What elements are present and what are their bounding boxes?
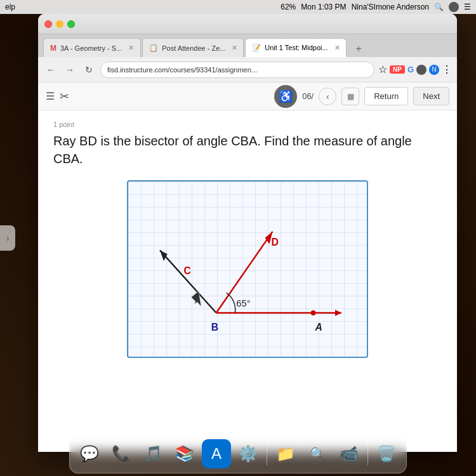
point-label: 1 point	[53, 121, 442, 128]
forward-button[interactable]: →	[62, 62, 77, 77]
dock-files[interactable]: 📁	[271, 439, 300, 468]
tab-unit1-label: Unit 1 Test: Midpoi...	[265, 44, 327, 51]
return-button[interactable]: Return	[364, 87, 408, 105]
address-bar: ← → ↻ ☆ NP G N ⋮	[38, 57, 457, 83]
maximize-button[interactable]	[67, 20, 75, 28]
desktop: elp 62% Mon 1:03 PM Nina'SImone Anderson…	[0, 0, 476, 476]
content-toolbar: ☰ ✂ ♿ 06/ ‹ ▦ Return Next	[38, 83, 457, 110]
tab-geometry-label: 3A - Geometry - S...	[60, 44, 122, 52]
refresh-button[interactable]: ↻	[81, 62, 96, 77]
menubar-help: elp	[5, 3, 15, 11]
dock-divider2	[367, 442, 368, 465]
page-content: 1 point Ray BD is the bisector of angle …	[38, 110, 457, 368]
new-tab-button[interactable]: +	[350, 41, 367, 57]
dock: 💬 📞 🎵 📚 A ⚙️ 📁 🔍 📹 🗑️	[69, 434, 407, 473]
dock-facetime[interactable]: 📞	[107, 439, 136, 468]
extension-icon[interactable]	[416, 65, 426, 75]
menubar-user: Nina'SImone Anderson	[352, 3, 429, 11]
address-icons: ☆ NP G N ⋮	[378, 63, 452, 76]
svg-line-3	[160, 250, 216, 313]
tab-unit1-close[interactable]: ✕	[334, 44, 340, 52]
back-button[interactable]: ←	[43, 62, 58, 77]
svg-marker-1	[335, 310, 341, 316]
grid-icon: ▦	[347, 92, 354, 101]
accessibility-button[interactable]: ♿	[274, 85, 297, 108]
dock-books[interactable]: 📚	[170, 439, 199, 468]
close-button[interactable]	[44, 20, 52, 28]
tab-attendee-label: Post Attendee - Ze...	[162, 44, 225, 52]
menubar-search-icon[interactable]: 🔍	[434, 3, 444, 11]
svg-point-2	[311, 310, 316, 315]
dock-trash[interactable]: 🗑️	[372, 439, 401, 468]
star-icon[interactable]: ☆	[378, 63, 387, 76]
menubar-time: Mon 1:03 PM	[301, 3, 346, 11]
geometry-diagram: C D B A 65°	[127, 180, 368, 358]
accessibility-icon: ♿	[279, 89, 293, 103]
google-icon: G	[407, 65, 414, 74]
chevron-left-icon: ‹	[326, 91, 329, 102]
geometry-svg: C D B A 65°	[128, 182, 367, 357]
menubar-user-icon	[449, 2, 459, 12]
question-text: Ray BD is the bisector of angle CBA. Fin…	[53, 132, 442, 168]
browser-window: M 3A - Geometry - S... ✕ 📋 Post Attendee…	[38, 14, 457, 452]
address-input[interactable]	[100, 62, 374, 78]
dock-appstore[interactable]: A	[202, 439, 231, 468]
prev-question-button[interactable]: ‹	[319, 88, 336, 105]
title-bar	[38, 14, 457, 34]
tab-geometry-close[interactable]: ✕	[128, 44, 134, 52]
next-button[interactable]: Next	[413, 87, 449, 105]
svg-marker-4	[160, 250, 168, 261]
profile-icon[interactable]: N	[429, 65, 439, 75]
tabs-bar: M 3A - Geometry - S... ✕ 📋 Post Attendee…	[38, 34, 457, 57]
dock-sysprefs[interactable]: ⚙️	[234, 439, 263, 468]
minimize-button[interactable]	[56, 20, 63, 28]
tab-attendee-close[interactable]: ✕	[232, 44, 237, 52]
traffic-lights	[44, 20, 75, 28]
tab-geometry[interactable]: M 3A - Geometry - S... ✕	[43, 38, 141, 57]
sidebar-toggle[interactable]: ›	[0, 225, 15, 251]
tab-unit1[interactable]: 📝 Unit 1 Test: Midpoi... ✕	[245, 38, 347, 57]
np-badge: NP	[390, 65, 405, 74]
menubar: elp 62% Mon 1:03 PM Nina'SImone Anderson…	[0, 0, 476, 14]
svg-text:D: D	[271, 237, 278, 248]
svg-text:A: A	[314, 322, 322, 333]
dock-music[interactable]: 🎵	[138, 439, 168, 468]
quiz-counter: 06/	[302, 91, 314, 101]
more-options-icon[interactable]: ⋮	[442, 63, 452, 76]
menubar-menu-icon[interactable]: ☰	[464, 3, 471, 11]
dock-zoom[interactable]: 📹	[334, 439, 364, 468]
menubar-battery: 62%	[281, 3, 296, 11]
hamburger-menu[interactable]: ☰	[46, 90, 55, 102]
tab-attendee[interactable]: 📋 Post Attendee - Ze... ✕	[142, 38, 244, 57]
svg-text:65°: 65°	[236, 298, 250, 308]
svg-text:C: C	[183, 265, 190, 276]
svg-marker-12	[191, 291, 201, 307]
svg-text:B: B	[211, 322, 218, 333]
chevron-right-icon: ›	[6, 233, 10, 243]
tool-icon[interactable]: ✂	[60, 89, 69, 103]
dock-finder[interactable]: 🔍	[303, 439, 332, 468]
grid-view-button[interactable]: ▦	[341, 88, 359, 105]
dock-messages[interactable]: 💬	[75, 439, 104, 468]
dock-divider	[267, 442, 267, 465]
